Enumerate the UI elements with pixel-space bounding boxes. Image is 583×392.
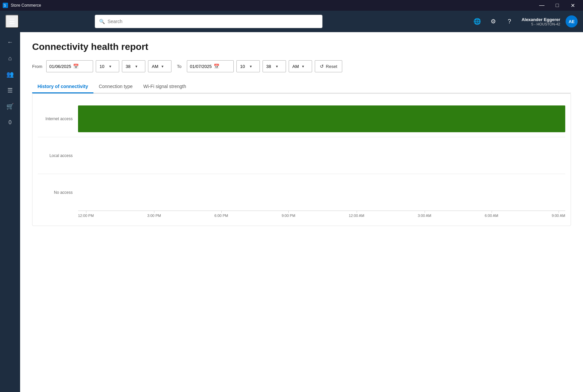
to-date-value: 01/07/2025 xyxy=(190,64,212,69)
sidebar-list-button[interactable]: ☰ xyxy=(3,83,17,98)
internet-access-bar-area xyxy=(78,100,565,137)
sidebar-cart-button[interactable]: 🛒 xyxy=(3,99,17,114)
search-icon: 🔍 xyxy=(99,19,105,24)
main-content: Connectivity health report From 01/06/20… xyxy=(20,32,583,392)
sidebar-users-button[interactable]: 👥 xyxy=(3,67,17,82)
to-minute-select[interactable]: 38 ▼ xyxy=(263,60,286,72)
reset-icon: ↺ xyxy=(320,64,324,69)
page-title: Connectivity health report xyxy=(32,42,571,52)
user-info: Alexander Eggerer 5 - HOUSTON-42 xyxy=(521,17,560,26)
local-access-label: Local access xyxy=(38,153,78,158)
from-minute-chevron-icon: ▼ xyxy=(135,65,142,68)
search-input[interactable] xyxy=(107,19,318,24)
layout: ← ⌂ 👥 ☰ 🛒 0 Connectivity health report F… xyxy=(0,32,583,392)
xaxis-label-4: 12:00 AM xyxy=(349,214,364,218)
from-ampm-select[interactable]: AM ▼ xyxy=(148,60,171,72)
from-label: From xyxy=(32,64,42,69)
settings-icon-button[interactable]: ⚙ xyxy=(487,15,500,28)
from-hour-value: 10 xyxy=(99,64,106,69)
close-button[interactable]: ✕ xyxy=(565,0,580,11)
to-date-calendar-icon: 📅 xyxy=(214,64,231,69)
to-ampm-value: AM xyxy=(292,64,299,69)
nav-bar: ☰ 🔍 🌐 ⚙ ? Alexander Eggerer 5 - HOUSTON-… xyxy=(0,11,583,32)
local-access-row: Local access xyxy=(38,137,565,174)
title-bar: S Store Commerce — □ ✕ xyxy=(0,0,583,11)
svg-text:S: S xyxy=(4,4,6,7)
to-hour-select[interactable]: 10 ▼ xyxy=(236,60,260,72)
sidebar-home-button[interactable]: ⌂ xyxy=(3,51,17,66)
tabs: History of connectivity Connection type … xyxy=(32,80,571,93)
no-access-bar-area xyxy=(78,174,565,211)
from-minute-select[interactable]: 38 ▼ xyxy=(122,60,145,72)
xaxis-label-5: 3:00 AM xyxy=(418,214,431,218)
to-hour-value: 10 xyxy=(240,64,247,69)
user-name: Alexander Eggerer xyxy=(521,17,560,22)
from-ampm-chevron-icon: ▼ xyxy=(161,65,168,68)
hamburger-menu-button[interactable]: ☰ xyxy=(5,15,19,28)
to-label: To xyxy=(177,64,181,69)
from-ampm-value: AM xyxy=(152,64,159,69)
sidebar-back-button[interactable]: ← xyxy=(3,35,17,50)
local-access-bar-area xyxy=(78,137,565,174)
to-minute-value: 38 xyxy=(266,64,273,69)
reset-button[interactable]: ↺ Reset xyxy=(315,60,342,72)
from-hour-select[interactable]: 10 ▼ xyxy=(96,60,119,72)
xaxis-label-6: 6:00 AM xyxy=(485,214,498,218)
internet-access-row: Internet access xyxy=(38,100,565,137)
sidebar: ← ⌂ 👥 ☰ 🛒 0 xyxy=(0,32,20,392)
xaxis-labels: 12:00 PM 3:00 PM 6:00 PM 9:00 PM 12:00 A… xyxy=(78,212,565,219)
no-access-label: No access xyxy=(38,190,78,195)
app-title: Store Commerce xyxy=(11,3,41,8)
minimize-button[interactable]: — xyxy=(534,0,550,11)
globe-icon-button[interactable]: 🌐 xyxy=(470,15,484,28)
internet-access-label: Internet access xyxy=(38,116,78,121)
from-date-input[interactable]: 01/06/2025 📅 xyxy=(46,60,93,72)
chart-xaxis: 12:00 PM 3:00 PM 6:00 PM 9:00 PM 12:00 A… xyxy=(38,212,565,219)
search-bar[interactable]: 🔍 xyxy=(95,15,322,28)
xaxis-label-2: 6:00 PM xyxy=(214,214,228,218)
tab-wifi-signal-strength[interactable]: Wi-Fi signal strength xyxy=(138,80,192,93)
from-hour-chevron-icon: ▼ xyxy=(108,65,116,68)
app-icon: S xyxy=(3,3,8,8)
to-ampm-chevron-icon: ▼ xyxy=(301,65,308,68)
from-date-value: 01/06/2025 xyxy=(49,64,71,69)
xaxis-label-0: 12:00 PM xyxy=(78,214,94,218)
from-date-calendar-icon: 📅 xyxy=(73,64,90,69)
filter-row: From 01/06/2025 📅 10 ▼ 38 ▼ AM ▼ To 01/0… xyxy=(32,60,571,72)
chart-container: Internet access Local access No access xyxy=(32,93,571,226)
to-date-input[interactable]: 01/07/2025 📅 xyxy=(187,60,234,72)
tab-history-of-connectivity[interactable]: History of connectivity xyxy=(32,80,93,93)
window-controls: — □ ✕ xyxy=(534,0,580,11)
from-minute-value: 38 xyxy=(126,64,133,69)
xaxis-label-7: 9:00 AM xyxy=(552,214,565,218)
user-avatar[interactable]: AE xyxy=(566,15,578,27)
no-access-row: No access xyxy=(38,174,565,211)
internet-access-bar xyxy=(78,105,565,132)
xaxis-label-1: 3:00 PM xyxy=(147,214,161,218)
to-ampm-select[interactable]: AM ▼ xyxy=(289,60,312,72)
user-store: 5 - HOUSTON-42 xyxy=(531,22,560,26)
xaxis-label-3: 9:00 PM xyxy=(282,214,295,218)
maximize-button[interactable]: □ xyxy=(550,0,565,11)
tab-connection-type[interactable]: Connection type xyxy=(93,80,138,93)
to-minute-chevron-icon: ▼ xyxy=(275,65,282,68)
sidebar-number: 0 xyxy=(3,115,17,130)
to-hour-chevron-icon: ▼ xyxy=(249,65,256,68)
reset-label: Reset xyxy=(326,64,337,69)
help-icon-button[interactable]: ? xyxy=(503,15,516,28)
nav-icons: 🌐 ⚙ ? Alexander Eggerer 5 - HOUSTON-42 A… xyxy=(470,15,578,28)
